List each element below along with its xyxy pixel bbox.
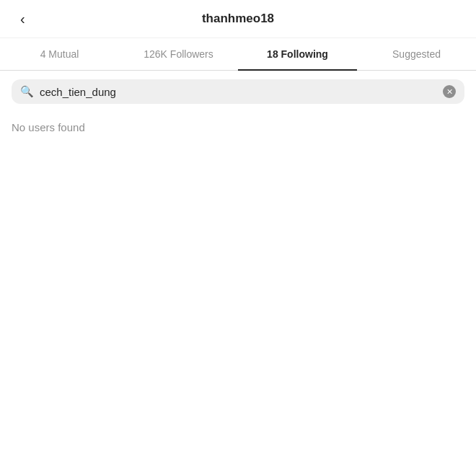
back-icon: ‹ <box>20 11 25 27</box>
tab-followers[interactable]: 126K Followers <box>119 38 238 70</box>
page-title: thanhmeo18 <box>202 12 274 26</box>
no-results-message: No users found <box>0 113 476 142</box>
tabs-bar: 4 Mutual 126K Followers 18 Following Sug… <box>0 38 476 71</box>
back-button[interactable]: ‹ <box>14 8 31 30</box>
tab-mutual[interactable]: 4 Mutual <box>0 38 119 70</box>
search-input[interactable] <box>40 86 437 98</box>
search-container: 🔍 ✕ <box>0 71 476 113</box>
search-box: 🔍 ✕ <box>12 79 464 104</box>
clear-search-button[interactable]: ✕ <box>443 85 456 98</box>
tab-suggested[interactable]: Suggested <box>357 38 476 70</box>
header: ‹ thanhmeo18 <box>0 0 476 38</box>
tab-following[interactable]: 18 Following <box>238 38 357 70</box>
screen: ‹ thanhmeo18 4 Mutual 126K Followers 18 … <box>0 0 476 476</box>
search-icon: 🔍 <box>20 85 34 98</box>
